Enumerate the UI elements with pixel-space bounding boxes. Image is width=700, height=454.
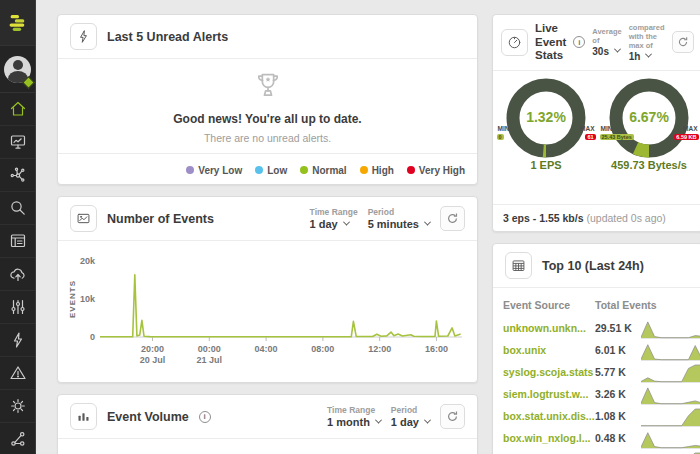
chevron-down-icon bbox=[375, 416, 382, 423]
refresh-icon bbox=[677, 36, 689, 48]
sidebar-item-settings[interactable] bbox=[0, 390, 35, 423]
gauge-icon bbox=[501, 29, 528, 56]
period-label: Period bbox=[391, 405, 430, 415]
dashboard-screen: Last 5 Unread Alerts Good news! You're a… bbox=[0, 0, 700, 454]
total-events-value: 5.77 K bbox=[595, 366, 641, 378]
event-volume-card: Event Volume Time Range 1 month Period 1… bbox=[57, 394, 478, 454]
sidebar-item-reports[interactable] bbox=[0, 225, 35, 258]
gauge-min-value: 25.43 Bytes bbox=[600, 134, 634, 140]
network-icon bbox=[9, 166, 27, 184]
volume-card-title: Event Volume bbox=[107, 410, 189, 424]
time-range-select[interactable]: 1 month bbox=[327, 416, 381, 428]
top10-row: unknown.unkn...29.51 K bbox=[503, 317, 700, 339]
gauge-percent: 6.67% bbox=[600, 109, 699, 125]
time-range-control: Time Range 1 day bbox=[310, 207, 358, 230]
refresh-button[interactable] bbox=[440, 404, 465, 429]
gauge-min-label: MIN bbox=[498, 125, 510, 132]
lightning-icon bbox=[70, 23, 97, 50]
top10-row: syslog.relay.conf0.42 K bbox=[503, 449, 700, 454]
average-of-select[interactable]: 30s bbox=[592, 46, 621, 57]
calendar-grid-icon bbox=[505, 252, 532, 279]
gauge-min-value: 0 bbox=[497, 134, 504, 140]
svg-text:00:00: 00:00 bbox=[198, 344, 221, 354]
sidebar-item-alerts[interactable] bbox=[0, 324, 35, 357]
event-source-link[interactable]: box.win_nxlog.l... bbox=[503, 432, 595, 444]
info-icon[interactable] bbox=[199, 411, 211, 423]
gauge-current-value: 459.73 Bytes/s bbox=[600, 159, 699, 171]
top10-row: siem.logtrust.w...3.26 K bbox=[503, 383, 700, 405]
lightning-icon bbox=[9, 331, 27, 349]
legend-very-low: Very Low bbox=[186, 165, 242, 176]
home-icon bbox=[9, 100, 27, 118]
top10-row: box.unix6.01 K bbox=[503, 339, 700, 361]
unread-alerts-card: Last 5 Unread Alerts Good news! You're a… bbox=[57, 14, 478, 185]
live-event-stats-card: Live Event Stats Average of 30s compared… bbox=[492, 14, 700, 232]
monitor-icon bbox=[9, 133, 27, 151]
refresh-icon bbox=[446, 410, 459, 423]
warning-icon bbox=[9, 364, 27, 382]
alerts-card-title: Last 5 Unread Alerts bbox=[107, 30, 228, 44]
events-sparkline bbox=[641, 407, 700, 427]
svg-text:EVENTS: EVENTS bbox=[68, 280, 77, 318]
top10-table: Event Source Total Events unknown.unkn..… bbox=[493, 288, 700, 454]
legend-dot bbox=[407, 166, 415, 174]
gauge-current-value: 1 EPS bbox=[497, 159, 596, 171]
top10-row: box.win_nxlog.l...0.48 K bbox=[503, 427, 700, 449]
time-range-select[interactable]: 1 day bbox=[310, 218, 358, 230]
alerts-empty-subtitle: There are no unread alerts. bbox=[58, 132, 477, 144]
period-select[interactable]: 5 minutes bbox=[368, 218, 430, 230]
bar-chart-icon bbox=[70, 403, 97, 430]
sidebar-item-dashboard[interactable] bbox=[0, 126, 35, 159]
column-total-events: Total Events bbox=[595, 299, 657, 311]
event-source-link[interactable]: box.unix bbox=[503, 344, 595, 356]
volume-card-header: Event Volume Time Range 1 month Period 1… bbox=[58, 395, 477, 439]
legend-dot bbox=[186, 166, 194, 174]
svg-text:08:00: 08:00 bbox=[311, 344, 334, 354]
sidebar-item-incidents[interactable] bbox=[0, 357, 35, 390]
alerts-empty-state: Good news! You're all up to date. There … bbox=[58, 59, 477, 144]
events-sparkline bbox=[641, 363, 700, 383]
sidebar-item-search[interactable] bbox=[0, 192, 35, 225]
chart-image-icon bbox=[70, 205, 97, 232]
number-of-events-card: Number of Events Time Range 1 day Period… bbox=[57, 196, 478, 383]
gauge-max-value: 61 bbox=[585, 134, 595, 140]
gauge-min-label: MIN bbox=[601, 125, 613, 132]
compared-with-label: compared with the max of bbox=[629, 23, 665, 50]
svg-text:0: 0 bbox=[90, 332, 95, 342]
sidebar-item-home[interactable] bbox=[0, 93, 35, 126]
svg-text:20k: 20k bbox=[80, 256, 96, 266]
svg-text:12:00: 12:00 bbox=[368, 344, 391, 354]
refresh-button[interactable] bbox=[672, 31, 694, 53]
alerts-empty-title: Good news! You're all up to date. bbox=[58, 112, 477, 126]
user-avatar[interactable] bbox=[0, 46, 35, 93]
event-source-link[interactable]: siem.logtrust.w... bbox=[503, 388, 595, 400]
sidebar-item-share[interactable] bbox=[0, 423, 35, 454]
legend-very-high: Very High bbox=[407, 165, 465, 176]
event-source-link[interactable]: unknown.unkn... bbox=[503, 322, 595, 334]
event-source-link[interactable]: box.stat.unix.dis... bbox=[503, 410, 595, 422]
logo-icon bbox=[7, 13, 29, 33]
info-icon[interactable] bbox=[573, 36, 585, 48]
sidebar-item-upload[interactable] bbox=[0, 258, 35, 291]
sliders-icon bbox=[9, 298, 27, 316]
live-gauge: 1.32%MINMAX0611 EPS bbox=[497, 78, 596, 171]
events-sparkline bbox=[641, 341, 700, 361]
total-events-value: 29.51 K bbox=[595, 322, 641, 334]
time-range-control: Time Range 1 month bbox=[327, 405, 381, 428]
gear-icon bbox=[9, 397, 27, 415]
app-logo[interactable] bbox=[0, 0, 35, 46]
compared-with-select[interactable]: 1h bbox=[629, 51, 665, 62]
top10-table-header: Event Source Total Events bbox=[503, 294, 700, 317]
legend-normal: Normal bbox=[300, 165, 346, 176]
period-select[interactable]: 1 day bbox=[391, 416, 430, 428]
top10-row: syslog.scoja.stats5.77 K bbox=[503, 361, 700, 383]
sidebar-item-topology[interactable] bbox=[0, 159, 35, 192]
live-rate-value: 3 eps - 1.55 kb/s bbox=[503, 212, 584, 224]
refresh-icon bbox=[446, 212, 459, 225]
live-stats-footer: 3 eps - 1.55 kb/s (updated 0s ago) bbox=[493, 204, 700, 231]
refresh-button[interactable] bbox=[440, 206, 465, 231]
sidebar-item-tuning[interactable] bbox=[0, 291, 35, 324]
average-of-control: Average of 30s bbox=[592, 27, 621, 57]
top10-card-header: Top 10 (Last 24h) bbox=[493, 244, 700, 288]
event-source-link[interactable]: syslog.scoja.stats bbox=[503, 366, 595, 378]
